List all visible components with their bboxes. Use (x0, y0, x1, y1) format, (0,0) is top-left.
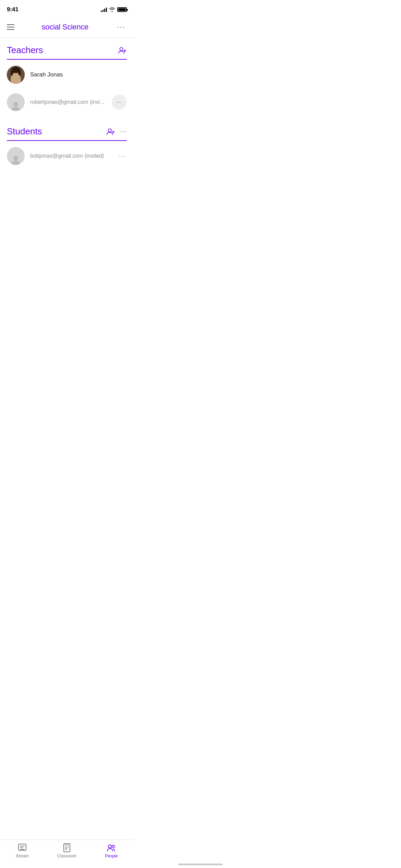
teachers-title: Teachers (7, 45, 43, 56)
teachers-actions (118, 46, 127, 55)
student-row-bob: bobjonas@gmail.com (invited) ··· (7, 142, 127, 170)
teacher-row-robert: robertjonas@gmail.com (invi... ··· (7, 88, 127, 116)
svg-point-8 (11, 70, 13, 75)
avatar-sarah (7, 66, 25, 84)
svg-point-10 (14, 72, 15, 73)
signal-icon (101, 7, 107, 12)
svg-rect-12 (10, 79, 22, 84)
teacher-email-robert: robertjonas@gmail.com (invi... (30, 99, 112, 105)
svg-point-18 (13, 156, 18, 160)
battery-icon (117, 7, 127, 12)
page-title: social Science (42, 23, 88, 32)
app-header: social Science ··· (0, 17, 134, 38)
students-title: Students (7, 126, 42, 137)
svg-point-0 (120, 47, 123, 50)
student-email-bob: bobjonas@gmail.com (invited) (30, 153, 117, 159)
header-more-button[interactable]: ··· (116, 21, 127, 33)
main-content: Teachers (0, 38, 134, 204)
status-time: 9:41 (7, 6, 19, 13)
svg-point-17 (108, 129, 111, 132)
students-actions: ··· (106, 128, 127, 136)
svg-point-9 (18, 70, 21, 75)
status-bar: 9:41 (0, 0, 134, 17)
add-student-button[interactable] (106, 128, 115, 136)
teacher-row-sarah: Sarah Jonas (7, 61, 127, 88)
add-teacher-button[interactable] (118, 46, 127, 55)
svg-point-16 (12, 107, 20, 111)
menu-button[interactable] (7, 24, 14, 30)
teacher-name-sarah: Sarah Jonas (30, 71, 63, 78)
teacher-robert-more-button[interactable]: ··· (112, 95, 127, 110)
svg-rect-14 (13, 79, 14, 84)
students-more-button[interactable]: ··· (120, 128, 127, 135)
svg-rect-13 (11, 79, 12, 84)
svg-point-11 (17, 72, 18, 73)
svg-point-15 (13, 102, 18, 107)
avatar-bob (7, 147, 25, 165)
wifi-icon (109, 7, 115, 12)
svg-point-19 (12, 160, 20, 165)
avatar-robert (7, 93, 25, 111)
status-icons (101, 7, 127, 12)
teachers-section-header: Teachers (7, 38, 127, 60)
students-section-header: Students ··· (7, 119, 127, 141)
student-bob-more-button[interactable]: ··· (117, 153, 127, 160)
